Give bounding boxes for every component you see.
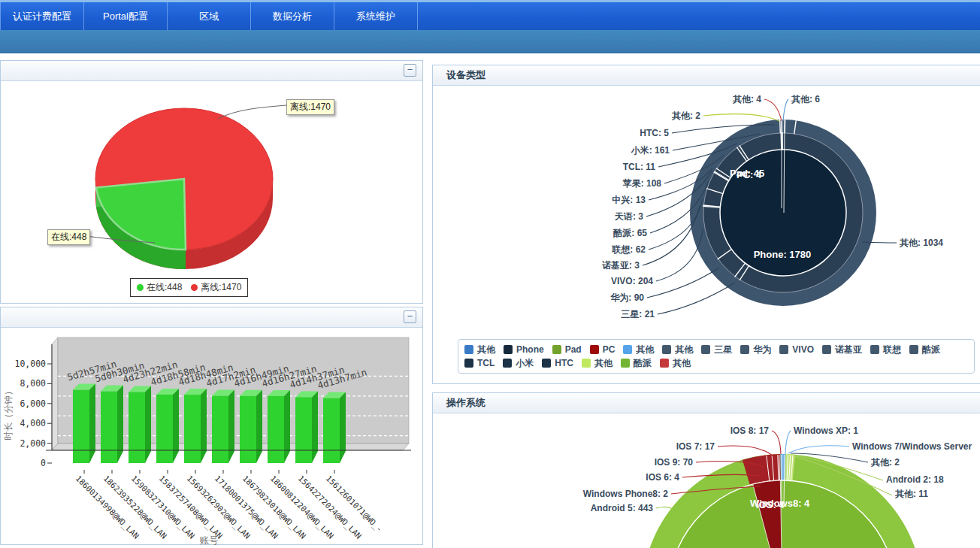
nav-item-4[interactable]: 数据分析 xyxy=(251,2,334,30)
donut-callout-label: 其他: 2 xyxy=(672,111,700,121)
donut-callout-label: 诺基亚: 3 xyxy=(602,260,640,271)
svg-text:15908327310@WO_LAN: 15908327310@WO_LAN xyxy=(129,474,197,541)
svg-text:4d17h2min: 4d17h2min xyxy=(205,364,257,389)
callout-leader-line xyxy=(658,283,735,314)
nav-item-5[interactable]: 系统维护 xyxy=(334,2,418,30)
donut-callout-label: Windows Phone8: 2 xyxy=(583,489,668,499)
callout-leader-line xyxy=(682,474,762,477)
legend-swatch-icon xyxy=(621,359,630,368)
legend-label: 酷派 xyxy=(922,344,940,356)
callout-leader-line xyxy=(658,144,737,167)
legend-swatch-icon xyxy=(662,345,671,354)
legend-swatch-icon xyxy=(582,359,591,368)
legend-item[interactable]: TCL xyxy=(464,358,495,368)
nav-item-1[interactable]: 认证计费配置 xyxy=(0,2,84,30)
panel-os-header: 操作系统 xyxy=(433,393,980,413)
svg-text:时长（分钟）: 时长（分钟） xyxy=(3,386,14,441)
callout-leader-line xyxy=(772,431,781,454)
panel-duration-chart: − 5d2h57min18600134998@WO_LAN5d0h30min18… xyxy=(0,307,423,545)
donut-callout-label: 其他: 6 xyxy=(791,94,820,104)
svg-text:4d16h49min: 4d16h49min xyxy=(233,362,290,389)
svg-text:4d18h58min: 4d18h58min xyxy=(150,362,207,388)
bar xyxy=(268,396,284,463)
donut-callout-label: HTC: 5 xyxy=(640,128,669,138)
legend-swatch-icon xyxy=(590,345,599,354)
svg-text:15837257408@WO_LAN: 15837257408@WO_LAN xyxy=(157,474,225,541)
legend-swatch-icon xyxy=(822,345,831,354)
legend-item[interactable]: PC xyxy=(590,344,616,355)
panel-online-status: − 离线:1470 在线:448 在线:448 离线:1470 xyxy=(0,60,423,304)
legend-item[interactable]: 三星 xyxy=(701,344,732,356)
legend-item-offline[interactable]: 离线:1470 xyxy=(191,281,241,294)
nav-item-2[interactable]: Portal配置 xyxy=(84,2,168,30)
legend-label: 诺基亚 xyxy=(835,344,862,356)
legend-item[interactable]: 其他 xyxy=(662,344,693,356)
svg-text:18600134998@WO_LAN: 18600134998@WO_LAN xyxy=(74,474,141,541)
svg-text:4d14h37min: 4d14h37min xyxy=(289,364,346,390)
svg-text:5d2h57min: 5d2h57min xyxy=(66,358,118,383)
legend-label: 其他 xyxy=(636,344,654,356)
bar xyxy=(129,392,145,463)
legend-label: 其他 xyxy=(673,357,691,370)
legend-item[interactable]: 联想 xyxy=(870,344,901,356)
donut-callout-label: Android 2: 18 xyxy=(886,474,944,485)
legend-item[interactable]: 其他 xyxy=(464,344,495,356)
legend-swatch-icon xyxy=(504,345,513,354)
legend-item[interactable]: 小米 xyxy=(503,357,534,370)
legend-swatch-icon xyxy=(701,345,710,354)
device-donut-chart xyxy=(433,65,980,385)
donut-callout-label: IOS 8: 17 xyxy=(730,425,769,436)
legend-label: 在线:448 xyxy=(147,281,182,294)
legend-item[interactable]: 华为 xyxy=(740,344,771,356)
legend-swatch-icon xyxy=(542,359,551,368)
legend-item[interactable]: VIVO xyxy=(779,344,814,355)
legend-item[interactable]: Phone xyxy=(504,344,544,355)
offline-dot-icon xyxy=(191,284,198,291)
collapse-icon[interactable]: − xyxy=(404,310,416,323)
legend-label: 联想 xyxy=(883,344,901,356)
callout-leader-line xyxy=(703,114,779,121)
online-pie-chart xyxy=(1,80,424,304)
callout-leader-line xyxy=(647,268,719,298)
device-legend: 其他PhonePadPC其他其他三星华为VIVO诺基亚联想酷派TCL小米HTC其… xyxy=(458,339,975,374)
panel-device-header: 设备类型 xyxy=(433,65,980,86)
secondary-bar xyxy=(0,30,980,53)
donut-callout-label: 其他: 11 xyxy=(895,489,928,499)
donut-callout-label: IOS 9: 70 xyxy=(655,457,693,468)
legend-label: Phone xyxy=(516,344,544,355)
donut-callout-label: 华为: 90 xyxy=(610,292,644,303)
legend-item[interactable]: 酷派 xyxy=(909,344,940,356)
svg-text:0: 0 xyxy=(41,458,46,468)
donut-callout-label: VIVO: 204 xyxy=(611,276,653,286)
svg-text:8,000: 8,000 xyxy=(20,378,46,389)
legend-item[interactable]: 其他 xyxy=(623,344,654,356)
legend-item[interactable]: 诺基亚 xyxy=(822,344,862,356)
donut-center-label: Phone: 1780 xyxy=(754,249,812,260)
panel-title: 设备类型 xyxy=(446,65,485,85)
legend-label: 三星 xyxy=(714,344,732,356)
callout-leader-line xyxy=(718,446,776,459)
online-dot-icon xyxy=(137,284,144,291)
dashboard-page: 认证计费配置Portal配置区域数据分析系统维护 − 离线:1470 在线:44… xyxy=(0,0,980,548)
callout-leader-line xyxy=(793,455,883,480)
legend-item[interactable]: 酷派 xyxy=(621,357,652,370)
donut-callout-label: Windows 7/Windows Server xyxy=(852,441,972,452)
svg-text:5d0h30min: 5d0h30min xyxy=(94,359,146,384)
panel-online-header: − xyxy=(1,61,422,81)
callout-leader-line xyxy=(764,99,782,121)
pie-tooltip-online: 在线:448 xyxy=(47,229,90,245)
legend-item-online[interactable]: 在线:448 xyxy=(137,281,182,294)
legend-swatch-icon xyxy=(909,345,918,354)
os-donut-chart xyxy=(433,393,980,548)
bar xyxy=(212,395,228,463)
legend-item[interactable]: Pad xyxy=(552,344,582,355)
legend-item[interactable]: 其他 xyxy=(582,357,612,370)
donut-callout-label: 其他: 2 xyxy=(871,457,900,468)
donut-top-label: PC: 4 xyxy=(737,169,761,180)
legend-item[interactable]: 其他 xyxy=(660,357,691,370)
legend-item[interactable]: HTC xyxy=(542,358,573,368)
legend-swatch-icon xyxy=(623,345,632,354)
nav-item-3[interactable]: 区域 xyxy=(168,2,251,30)
collapse-icon[interactable]: − xyxy=(404,64,416,77)
callout-leader-line xyxy=(672,125,775,133)
